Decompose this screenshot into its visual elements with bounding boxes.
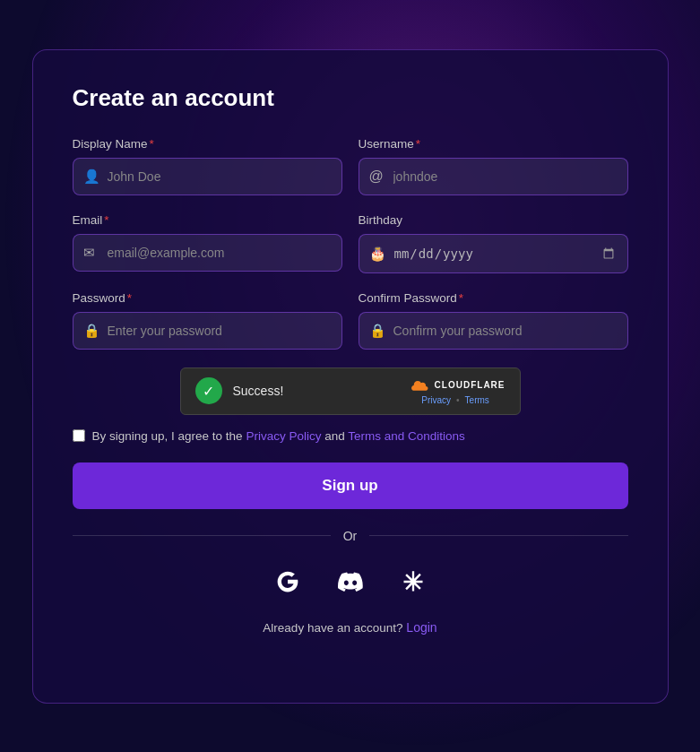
divider-left [73,535,331,536]
discord-icon [338,569,363,594]
captcha-box[interactable]: ✓ Success! CLOUDFLARE Privacy • Terms [180,367,521,415]
display-name-input[interactable] [73,158,342,195]
discord-signin-button[interactable] [332,563,369,601]
email-label: Email* [73,213,342,227]
google-icon [275,569,300,594]
display-name-required: * [150,137,154,151]
display-name-label: Display Name* [73,137,342,151]
privacy-policy-link[interactable]: Privacy Policy [246,429,321,443]
google-signin-button[interactable] [269,563,307,601]
password-input[interactable] [73,312,342,350]
display-name-group: Display Name* 👤 [73,137,342,195]
captcha-link-separator: • [456,395,460,405]
cloudflare-cloud-icon [406,377,431,393]
captcha-success-text: Success! [233,384,284,398]
confirm-password-wrapper: 🔒 [359,312,628,350]
password-required: * [127,291,132,305]
form-row-1: Display Name* 👤 Username* @ [73,137,628,195]
form-row-3: Password* 🔒 Confirm Password* 🔒 [73,291,628,350]
captcha-left: ✓ Success! [195,377,284,404]
agreement-checkbox[interactable] [73,429,85,442]
password-label: Password* [73,291,342,305]
email-group: Email* ✉ [73,213,342,273]
captcha-privacy-link[interactable]: Privacy [421,395,451,405]
username-group: Username* @ [359,137,628,195]
confirm-password-group: Confirm Password* 🔒 [359,291,628,350]
username-input[interactable] [359,158,628,195]
captcha-cloudflare: CLOUDFLARE Privacy • Terms [406,377,506,405]
agreement-text: By signing up, I agree to the Privacy Po… [92,429,465,443]
social-buttons-row [73,563,628,601]
login-text: Already have an account? [263,621,402,635]
birthday-input[interactable] [359,234,628,273]
username-wrapper: @ [359,158,628,195]
checkmark-icon: ✓ [203,383,214,400]
form-row-2: Email* ✉ Birthday 🎂 [73,213,628,273]
captcha-policy-links: Privacy • Terms [421,395,489,405]
other-signin-button[interactable] [394,563,432,601]
confirm-password-label: Confirm Password* [359,291,628,305]
display-name-wrapper: 👤 [73,158,342,195]
password-wrapper: 🔒 [73,312,342,350]
confirm-password-input[interactable] [359,312,628,350]
captcha-terms-link[interactable]: Terms [465,395,489,405]
confirm-password-required: * [459,291,463,305]
asterisk-icon [401,569,426,594]
login-row: Already have an account? Login [73,620,628,635]
signup-button[interactable]: Sign up [73,462,628,509]
agreement-row: By signing up, I agree to the Privacy Po… [73,429,628,443]
password-group: Password* 🔒 [73,291,342,350]
signup-card: Create an account Display Name* 👤 Userna… [32,49,669,704]
divider-row: Or [73,529,628,543]
username-label: Username* [359,137,628,151]
username-required: * [416,137,420,151]
divider-right [369,535,627,536]
captcha-checkmark: ✓ [195,377,222,404]
captcha-row: ✓ Success! CLOUDFLARE Privacy • Terms [73,367,628,415]
terms-link[interactable]: Terms and Conditions [348,429,465,443]
cloudflare-brand: CLOUDFLARE [406,377,506,393]
page-title: Create an account [73,84,628,112]
birthday-label: Birthday [359,213,628,227]
email-input[interactable] [73,234,342,272]
birthday-wrapper: 🎂 [359,234,628,273]
login-link[interactable]: Login [406,620,436,635]
email-required: * [104,213,108,227]
birthday-group: Birthday 🎂 [359,213,628,273]
divider-text: Or [343,529,358,543]
email-wrapper: ✉ [73,234,342,272]
